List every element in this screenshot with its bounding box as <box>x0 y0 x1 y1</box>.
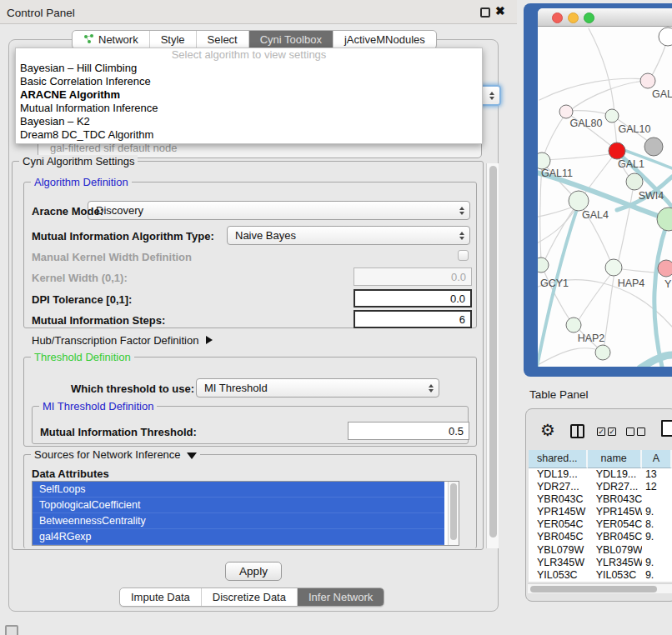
float-window-icon[interactable] <box>480 8 490 18</box>
table-cell: YER054C <box>588 518 642 531</box>
window-zoom-button[interactable] <box>584 12 594 23</box>
table-cell: 9. <box>642 531 672 543</box>
table-row[interactable]: YBR045CYBR045C9. <box>529 531 672 543</box>
manual-kernel-width-checkbox[interactable] <box>458 250 469 261</box>
mi-steps-input[interactable]: 6 <box>354 310 472 328</box>
close-icon[interactable]: ✖ <box>495 4 505 18</box>
network-node-swi4[interactable] <box>626 173 643 190</box>
table-row[interactable]: YDL19...YDL19...13 <box>529 468 672 481</box>
table-settings-gear-icon[interactable]: ⚙ <box>540 420 555 440</box>
attributes-scrollbar[interactable] <box>448 482 459 545</box>
attribute-list-item[interactable]: gal4RGexp <box>33 529 444 545</box>
tab-network[interactable]: Network <box>73 31 150 48</box>
window-minimize-button[interactable] <box>568 12 579 23</box>
network-node[interactable] <box>659 28 672 46</box>
network-icon <box>83 33 94 47</box>
node-label: HAP4 <box>618 278 645 289</box>
network-node-gal1[interactable] <box>609 142 625 159</box>
table-cell: YPR145W <box>588 506 642 518</box>
network-node[interactable] <box>657 208 672 231</box>
table-row[interactable]: YPR145WYPR145W9. <box>529 506 672 518</box>
network-node-gal10[interactable] <box>605 109 619 122</box>
network-node-hap2[interactable] <box>566 318 581 332</box>
node-label: SWI4 <box>639 190 664 202</box>
network-node-y[interactable] <box>658 260 672 277</box>
tab-impute-data[interactable]: Impute Data <box>120 588 202 606</box>
hub-factor-expander[interactable]: Hub/Transcription Factor Definition <box>32 334 213 347</box>
network-node[interactable] <box>595 345 610 360</box>
table-horizontal-scrollbar[interactable] <box>528 583 672 593</box>
table-cell: YBR043C <box>588 493 642 506</box>
table-row[interactable]: YBR043CYBR043C <box>529 493 672 506</box>
network-canvas[interactable]: GALGAL80GAL10GAL1GAL11SWI4GAL4GCY1HAP4YH… <box>538 27 672 367</box>
deselect-all-checkbox-icon[interactable] <box>637 428 645 436</box>
network-node-gal80[interactable] <box>559 105 573 118</box>
attribute-list-item[interactable]: TopologicalCoefficient <box>33 498 444 513</box>
apply-button[interactable]: Apply <box>225 562 282 581</box>
dropdown-item[interactable]: Mutual Information Inference <box>16 102 482 115</box>
table-cell: YDR27... <box>588 481 642 493</box>
mi-threshold-input[interactable]: 0.5 <box>348 422 469 440</box>
table-cell: YER054C <box>529 518 588 531</box>
dropdown-item[interactable]: ARACNE Algorithm <box>16 88 482 102</box>
minimized-panel-icon[interactable] <box>5 625 18 635</box>
new-table-document-icon[interactable] <box>661 420 672 437</box>
select-all-checkbox-icon[interactable]: ✓ <box>608 428 616 436</box>
table-column-header[interactable]: shared... <box>529 450 588 468</box>
table-row[interactable]: YER054CYER054C8. <box>529 518 672 531</box>
network-node[interactable] <box>644 138 663 156</box>
settings-scrollbar-thumb[interactable] <box>489 166 497 538</box>
select-all-checkbox-icon[interactable]: ✓ <box>597 428 605 436</box>
network-edge <box>544 204 577 262</box>
table-scrollbar-thumb[interactable] <box>530 586 657 592</box>
network-node-gal4[interactable] <box>569 191 589 211</box>
tab-discretize-data[interactable]: Discretize Data <box>202 588 298 606</box>
table-cell <box>642 544 672 557</box>
dropdown-item[interactable]: Basic Correlation Inference <box>16 75 482 88</box>
dropdown-item[interactable]: Bayesian – K2 <box>16 115 482 128</box>
column-layout-icon[interactable] <box>570 424 584 438</box>
network-edge <box>577 272 613 322</box>
dropdown-item[interactable]: Dream8 DC_TDC Algorithm <box>16 128 482 142</box>
deselect-all-checkbox-icon[interactable] <box>626 428 634 436</box>
network-edge <box>654 223 667 367</box>
kernel-width-input[interactable]: 0.0 <box>354 268 472 286</box>
table-column-header[interactable]: name <box>588 450 642 468</box>
network-node-gcy1[interactable] <box>538 258 549 272</box>
network-edge <box>589 28 614 113</box>
tab-style[interactable]: Style <box>150 31 197 48</box>
attribute-list-item[interactable]: BetweennessCentrality <box>33 513 444 529</box>
network-node-hap4[interactable] <box>605 259 622 276</box>
table-row[interactable]: YBL079WYBL079W <box>529 544 672 557</box>
network-node-gal[interactable] <box>640 73 655 88</box>
attributes-scrollbar-thumb[interactable] <box>450 483 457 540</box>
table-row[interactable]: YLR345WYLR345W9. <box>529 557 672 569</box>
settings-scrollbar[interactable] <box>486 163 499 548</box>
network-graph: GALGAL80GAL10GAL1GAL11SWI4GAL4GCY1HAP4YH… <box>538 27 672 367</box>
network-edge <box>567 111 611 115</box>
table-cell: YIL053C <box>529 569 588 582</box>
network-node-gal11[interactable] <box>538 152 550 169</box>
tab-cyni-toolbox[interactable]: Cyni Toolbox <box>249 31 333 48</box>
table-cell: YLR345W <box>588 557 642 569</box>
table-row[interactable]: YDR27...YDR27...12 <box>529 481 672 493</box>
table-row[interactable]: YIL053CYIL053C9. <box>529 569 672 582</box>
network-edge <box>543 114 565 158</box>
node-label: GAL1 <box>618 158 644 170</box>
table-cell: 8. <box>642 518 672 531</box>
tab-infer-network[interactable]: Infer Network <box>298 588 384 606</box>
dropdown-item[interactable]: Bayesian – Hill Climbing <box>16 62 482 75</box>
tab-jactivemnodules[interactable]: jActiveMNodules <box>333 31 436 48</box>
mi-steps-label: Mutual Information Steps: <box>32 314 165 327</box>
node-label: GAL80 <box>570 118 603 129</box>
table-cell: YLR345W <box>529 557 588 569</box>
attribute-list-item[interactable]: SelfLoops <box>33 482 444 498</box>
dpi-tolerance-input[interactable]: 0.0 <box>354 289 472 308</box>
table-cell: 9. <box>642 557 672 569</box>
table-cell: YDR27... <box>529 481 588 493</box>
window-close-button[interactable] <box>552 12 563 23</box>
sources-group-label: Sources for Network Inference <box>31 448 200 461</box>
table-column-header[interactable]: A <box>642 450 672 468</box>
which-threshold-combobox[interactable]: MI Threshold <box>196 378 439 398</box>
tab-select[interactable]: Select <box>197 31 249 48</box>
